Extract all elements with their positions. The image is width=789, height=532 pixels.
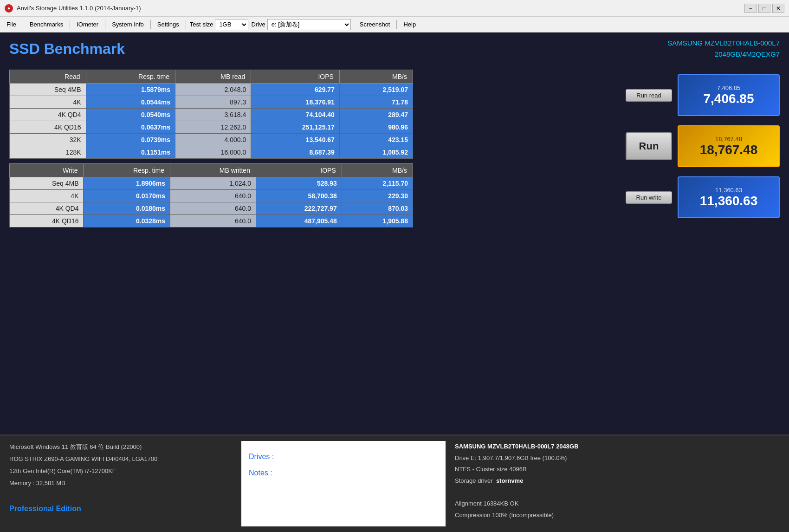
menu-benchmarks[interactable]: Benchmarks [25,19,68,30]
read-score-row: Run read 7,406.85 7,406.85 [626,74,780,116]
write-col-mbs: MB/s [342,164,413,177]
total-score-top: 18,767.48 [715,136,742,143]
run-read-button[interactable]: Run read [626,89,672,102]
write-row-mb: 640.0 [170,190,256,202]
tables-section: Read Resp. time MB read IOPS MB/s Seq 4M… [9,70,616,430]
write-table-row: 4K QD4 0.0180ms 640.0 222,727.97 870.03 [10,202,413,215]
pro-edition: Professional Edition [9,501,232,516]
total-score-box: 18,767.48 18,767.48 [678,125,780,167]
menu-iometer[interactable]: IOmeter [72,19,103,30]
menu-screenshot[interactable]: Screenshot [355,19,395,30]
drive-e: Drive E: 1,907.7/1,907.6GB free (100.0%) [455,453,780,464]
read-table-row: Seq 4MB 1.5879ms 2,048.0 629.77 2,519.07 [10,84,413,96]
write-row-resp: 0.0170ms [84,190,170,202]
write-row-iops: 528.93 [256,177,342,190]
title-text: Anvil's Storage Utilities 1.1.0 (2014-Ja… [17,5,141,12]
read-table: Read Resp. time MB read IOPS MB/s Seq 4M… [9,70,413,159]
read-score-main: 7,406.85 [704,91,754,106]
write-row-resp: 0.0180ms [84,202,170,215]
run-button[interactable]: Run [626,132,672,160]
read-col-mb: MB read [175,70,251,84]
write-col-iops: IOPS [256,164,342,177]
run-write-button[interactable]: Run write [626,191,672,204]
read-col-resp: Resp. time [86,70,175,84]
test-size-label: Test size [190,21,213,28]
write-row-iops: 487,905.48 [256,215,342,227]
menu-sep-2 [70,20,70,29]
read-row-iops: 74,104.40 [251,109,340,121]
read-row-iops: 8,687.39 [251,146,340,159]
status-device: SAMSUNG MZVLB2T0HALB-000L7 2048GB Drive … [455,441,780,526]
read-row-mb: 897.3 [175,96,251,109]
read-row-resp: 0.1151ms [86,146,175,159]
write-row-resp: 0.0328ms [84,215,170,227]
write-row-mb: 1,024.0 [170,177,256,190]
minimize-button[interactable]: − [744,4,757,13]
app-header: SSD Benchmark SAMSUNG MZVLB2T0HALB-000L7… [0,32,789,65]
menu-file[interactable]: File [2,19,21,30]
status-bar: Microsoft Windows 11 教育版 64 位 Build (220… [0,435,789,532]
window-controls[interactable]: − □ ✕ [744,4,784,13]
write-col-resp: Resp. time [84,164,170,177]
read-row-mbs: 423.15 [339,134,413,146]
read-row-label: Seq 4MB [10,84,86,96]
write-row-label: Seq 4MB [10,177,84,190]
read-row-iops: 13,540.67 [251,134,340,146]
read-table-row: 4K QD16 0.0637ms 12,262.0 251,125.17 980… [10,121,413,134]
menu-sep-3 [105,20,105,29]
total-score-main: 18,767.48 [700,143,758,157]
menu-help[interactable]: Help [399,19,420,30]
title-bar-left: ● Anvil's Storage Utilities 1.1.0 (2014-… [5,4,141,13]
drive-select[interactable]: e: [新加卷] [267,19,351,30]
write-score-row: Run write 11,360.63 11,360.63 [626,176,780,218]
menu-sysinfo[interactable]: System Info [107,19,149,30]
write-row-iops: 222,727.97 [256,202,342,215]
status-drives: Drives : Notes : [241,441,446,526]
test-size-select[interactable]: 1GB 512MB 2GB 4GB [215,19,248,30]
read-row-iops: 18,376.91 [251,96,340,109]
read-row-mb: 3,618.4 [175,109,251,121]
drives-label: Drives : [249,448,438,465]
write-row-mb: 640.0 [170,202,256,215]
read-row-mb: 2,048.0 [175,84,251,96]
app-icon: ● [5,4,13,13]
write-score-main: 11,360.63 [700,194,758,208]
menu-sep-5 [186,20,186,29]
device-name: SAMSUNG MZVLB2T0HALB-000L7 2048GB [455,441,780,453]
compression: Compression 100% (Incompressible) [455,510,780,521]
read-score-top: 7,406.85 [717,84,741,91]
test-size-group: Test size 1GB 512MB 2GB 4GB [190,19,249,30]
read-row-resp: 0.0540ms [86,109,175,121]
read-row-label: 4K QD4 [10,109,86,121]
sys-memory: Memory : 32,581 MB [9,477,232,489]
write-score-top: 11,360.63 [715,187,742,194]
menu-settings[interactable]: Settings [153,19,184,30]
menu-bar: File Benchmarks IOmeter System Info Sett… [0,17,789,32]
write-table-row: 4K QD16 0.0328ms 640.0 487,905.48 1,905.… [10,215,413,227]
read-row-mb: 12,262.0 [175,121,251,134]
write-row-mbs: 2,115.70 [342,177,413,190]
menu-sep-6 [353,20,353,29]
write-row-iops: 58,700.38 [256,190,342,202]
menu-sep-4 [150,20,151,29]
write-row-label: 4K QD16 [10,215,84,227]
title-bar: ● Anvil's Storage Utilities 1.1.0 (2014-… [0,0,789,17]
device-line1: SAMSUNG MZVLB2T0HALB-000L7 [667,38,780,49]
read-row-label: 128K [10,146,86,159]
sys-os: Microsoft Windows 11 教育版 64 位 Build (220… [9,441,232,453]
maximize-button[interactable]: □ [758,4,770,13]
write-row-label: 4K [10,190,84,202]
sys-cpu: 12th Gen Intel(R) Core(TM) i7-12700KF [9,465,232,477]
read-row-mb: 16,000.0 [175,146,251,159]
sys-mb: ROG STRIX Z690-A GAMING WIFI D4/0404, LG… [9,453,232,465]
read-row-mbs: 1,085.92 [339,146,413,159]
close-button[interactable]: ✕ [772,4,784,13]
read-row-mbs: 2,519.07 [339,84,413,96]
read-row-label: 32K [10,134,86,146]
write-row-mbs: 1,905.88 [342,215,413,227]
driver-name: stornvme [496,477,524,484]
device-line2: 2048GB/4M2QEXG7 [667,49,780,60]
read-row-iops: 251,125.17 [251,121,340,134]
device-info: SAMSUNG MZVLB2T0HALB-000L7 2048GB/4M2QEX… [667,38,780,60]
read-row-resp: 0.0739ms [86,134,175,146]
